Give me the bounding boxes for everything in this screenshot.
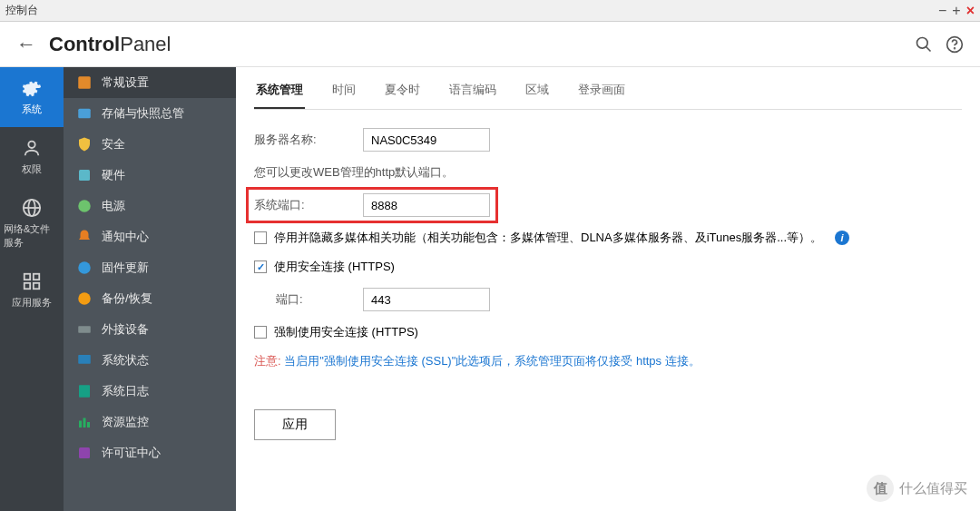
subnav-security[interactable]: 安全 bbox=[64, 129, 236, 160]
bell-icon bbox=[76, 229, 93, 245]
system-port-label: 系统端口: bbox=[254, 197, 363, 213]
power-icon bbox=[76, 198, 93, 214]
search-icon[interactable] bbox=[915, 35, 933, 54]
subnav-general[interactable]: 常规设置 bbox=[64, 67, 236, 98]
server-name-input[interactable] bbox=[363, 128, 490, 152]
https-port-row: 端口: bbox=[276, 288, 962, 311]
svg-point-0 bbox=[917, 37, 928, 48]
subnav-notification[interactable]: 通知中心 bbox=[64, 221, 236, 252]
server-name-row: 服务器名称: bbox=[254, 128, 962, 152]
https-port-label: 端口: bbox=[276, 291, 363, 308]
globe-icon bbox=[22, 198, 42, 218]
svg-rect-20 bbox=[79, 385, 90, 398]
content-area: 系统管理 时间 夏令时 语言编码 区域 登录画面 服务器名称: 您可以更改WEB… bbox=[236, 67, 980, 511]
watermark-badge: 值 bbox=[867, 475, 894, 502]
subnav-logs[interactable]: 系统日志 bbox=[64, 376, 236, 407]
subnav-external[interactable]: 外接设备 bbox=[64, 314, 236, 345]
svg-point-16 bbox=[78, 261, 91, 274]
force-https-label: 强制使用安全连接 (HTTPS) bbox=[274, 324, 418, 340]
maximize-button[interactable]: + bbox=[952, 4, 960, 18]
system-port-input[interactable] bbox=[363, 193, 490, 217]
subnav-status[interactable]: 系统状态 bbox=[64, 345, 236, 376]
svg-point-17 bbox=[78, 292, 91, 305]
svg-rect-22 bbox=[83, 418, 86, 428]
use-https-label: 使用安全连接 (HTTPS) bbox=[274, 259, 395, 275]
force-https-checkbox[interactable] bbox=[254, 326, 267, 339]
port-hint: 您可以更改WEB管理的http默认端口。 bbox=[254, 164, 962, 181]
left-nav: 系统 权限 网络&文件服务 应用服务 bbox=[0, 67, 64, 511]
update-icon bbox=[76, 260, 93, 276]
system-port-highlight: 系统端口: bbox=[246, 187, 498, 223]
tab-dst[interactable]: 夏令时 bbox=[383, 76, 422, 109]
https-port-input[interactable] bbox=[363, 288, 490, 311]
nav-privilege[interactable]: 权限 bbox=[0, 127, 64, 187]
hardware-icon bbox=[76, 167, 93, 183]
apps-icon bbox=[22, 271, 42, 291]
disable-multimedia-checkbox[interactable] bbox=[254, 231, 267, 244]
svg-rect-9 bbox=[34, 274, 39, 280]
use-https-checkbox[interactable] bbox=[254, 260, 267, 273]
tabs: 系统管理 时间 夏令时 语言编码 区域 登录画面 bbox=[254, 67, 962, 110]
close-button[interactable]: × bbox=[966, 4, 975, 18]
svg-rect-23 bbox=[87, 422, 90, 427]
shield-icon bbox=[76, 136, 93, 152]
svg-line-1 bbox=[926, 46, 931, 51]
svg-point-15 bbox=[78, 200, 91, 212]
sub-nav: 常规设置 存储与快照总管 安全 硬件 电源 通知中心 固件更新 备份/恢复 外接… bbox=[64, 67, 236, 511]
server-name-label: 服务器名称: bbox=[254, 132, 363, 148]
subnav-storage[interactable]: 存储与快照总管 bbox=[64, 98, 236, 129]
tab-codepage[interactable]: 语言编码 bbox=[447, 76, 498, 109]
svg-rect-12 bbox=[78, 76, 91, 89]
nav-network[interactable]: 网络&文件服务 bbox=[0, 187, 64, 260]
subnav-firmware[interactable]: 固件更新 bbox=[64, 252, 236, 283]
svg-rect-14 bbox=[79, 170, 90, 181]
tab-system-admin[interactable]: 系统管理 bbox=[254, 76, 305, 109]
watermark-text: 什么值得买 bbox=[899, 480, 967, 497]
gear-icon bbox=[22, 78, 42, 98]
minimize-button[interactable]: − bbox=[938, 4, 946, 18]
subnav-resource[interactable]: 资源监控 bbox=[64, 407, 236, 437]
subnav-power[interactable]: 电源 bbox=[64, 191, 236, 221]
backup-icon bbox=[76, 290, 93, 307]
subnav-backup[interactable]: 备份/恢复 bbox=[64, 283, 236, 314]
titlebar: 控制台 − + × bbox=[0, 0, 980, 22]
license-icon bbox=[76, 445, 93, 461]
svg-rect-10 bbox=[24, 283, 30, 289]
watermark: 值 什么值得买 bbox=[867, 475, 967, 502]
svg-rect-21 bbox=[79, 421, 82, 428]
back-arrow-icon[interactable]: ← bbox=[16, 33, 36, 56]
svg-point-3 bbox=[955, 47, 956, 48]
log-icon bbox=[76, 383, 93, 399]
settings-icon bbox=[76, 74, 93, 91]
apply-button[interactable]: 应用 bbox=[254, 409, 336, 440]
tab-login-screen[interactable]: 登录画面 bbox=[576, 76, 627, 109]
svg-rect-8 bbox=[24, 274, 30, 280]
nav-apps[interactable]: 应用服务 bbox=[0, 260, 64, 320]
nav-system[interactable]: 系统 bbox=[0, 67, 64, 127]
svg-point-4 bbox=[28, 142, 34, 148]
use-https-row: 使用安全连接 (HTTPS) bbox=[254, 259, 962, 275]
tab-time[interactable]: 时间 bbox=[330, 76, 358, 109]
info-icon[interactable]: i bbox=[835, 231, 849, 245]
tab-region[interactable]: 区域 bbox=[524, 76, 551, 109]
panel-title: ControlPanel bbox=[49, 33, 171, 56]
svg-rect-18 bbox=[78, 326, 91, 333]
panel-header: ← ControlPanel bbox=[0, 22, 980, 67]
storage-icon bbox=[76, 105, 93, 122]
ssl-notice: 注意: 当启用"强制使用安全连接 (SSL)"此选项后，系统管理页面将仅接受 h… bbox=[254, 353, 962, 369]
window-controls: − + × bbox=[938, 4, 975, 18]
help-icon[interactable] bbox=[946, 35, 964, 54]
external-icon bbox=[76, 321, 93, 338]
force-https-row: 强制使用安全连接 (HTTPS) bbox=[254, 324, 962, 340]
svg-rect-24 bbox=[79, 447, 90, 458]
monitor-icon bbox=[76, 352, 93, 369]
subnav-license[interactable]: 许可证中心 bbox=[64, 437, 236, 468]
subnav-hardware[interactable]: 硬件 bbox=[64, 160, 236, 191]
svg-rect-13 bbox=[78, 109, 91, 119]
user-icon bbox=[22, 138, 42, 158]
svg-rect-11 bbox=[34, 283, 39, 289]
disable-multimedia-row: 停用并隐藏多媒体相关功能（相关功能包含：多媒体管理、DLNA多媒体服务器、及iT… bbox=[254, 230, 962, 246]
svg-rect-19 bbox=[78, 355, 91, 364]
disable-multimedia-label: 停用并隐藏多媒体相关功能（相关功能包含：多媒体管理、DLNA多媒体服务器、及iT… bbox=[274, 230, 822, 246]
chart-icon bbox=[76, 414, 93, 430]
